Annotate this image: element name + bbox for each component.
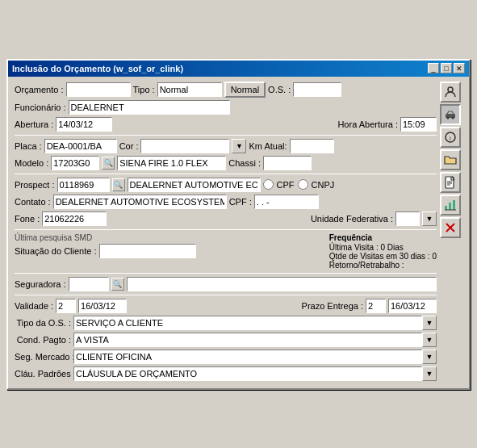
fone-input[interactable] <box>42 211 107 226</box>
sep1 <box>15 135 437 136</box>
qtde-label: Qtde de Visitas em 30 dias : <box>329 252 430 261</box>
cpf-input[interactable] <box>254 195 319 209</box>
maximize-button[interactable]: □ <box>441 63 452 73</box>
row-abertura: Abertura : Hora Abertura : <box>15 117 437 132</box>
ultima-visita-row: Última Visita : 0 Dias <box>329 243 437 252</box>
validade-label: Validade : <box>15 301 53 311</box>
row-clau-padroes: Cláu. Padrões : ▼ <box>15 366 437 381</box>
cor-input[interactable] <box>140 139 229 153</box>
radio-cpf[interactable] <box>263 179 274 190</box>
tipo-os-label: Tipo da O.S. : <box>15 318 71 328</box>
row-contato: Contato : CPF : <box>15 195 437 209</box>
btn-info[interactable]: i <box>440 127 461 148</box>
svg-rect-6 <box>446 177 454 188</box>
modelo-search-btn[interactable]: 🔍 <box>102 157 115 170</box>
contato-input[interactable] <box>53 195 227 209</box>
cpf-radio-label[interactable]: CPF <box>277 180 295 190</box>
placa-label: Placa : <box>15 141 42 151</box>
retorno-row: Retorno/Retrabalho : <box>329 261 437 270</box>
content-area: Orçamento : Tipo : Normal O.S. : Funcion… <box>8 77 469 388</box>
freq-title: Frequência <box>329 233 437 242</box>
cnpj-radio-label[interactable]: CNPJ <box>312 180 335 190</box>
seg-mercado-dropdown-btn[interactable]: ▼ <box>422 350 437 364</box>
cond-pagto-input[interactable] <box>73 333 422 347</box>
abertura-input[interactable] <box>56 117 112 132</box>
main-window: Inclusão do Orçamento (w_sof_or_clink) _… <box>6 59 471 390</box>
situacao-label: Situação do Cliente : <box>15 246 97 256</box>
prospect-name-input[interactable] <box>128 178 261 192</box>
tipo-input[interactable] <box>157 82 222 97</box>
uf-dropdown-btn[interactable]: ▼ <box>422 211 437 226</box>
clau-padroes-label: Cláu. Padrões : <box>15 369 71 379</box>
svg-rect-10 <box>445 206 447 210</box>
radio-cpf-cnpj: CPF CNPJ <box>263 179 335 190</box>
os-input[interactable] <box>293 82 341 97</box>
btn-car[interactable] <box>440 104 461 125</box>
svg-point-2 <box>447 116 450 119</box>
smd-label: Última pesquisa SMD <box>15 233 92 242</box>
row-prospect: Prospect : 🔍 CPF CNPJ <box>15 178 437 192</box>
modelo-label: Modelo : <box>15 158 48 168</box>
row-seguradora: Seguradora : 🔍 <box>15 277 437 291</box>
uf-input[interactable] <box>395 211 420 226</box>
tipo-os-input[interactable] <box>73 316 422 330</box>
close-button[interactable]: ✕ <box>454 63 465 73</box>
modelo-code-input[interactable] <box>51 156 99 170</box>
row-fone: Fone : Unidade Federativa : ▼ <box>15 211 437 226</box>
fone-label: Fone : <box>15 214 40 224</box>
km-label: Km Atual: <box>249 141 287 151</box>
btn-delete[interactable] <box>440 217 461 238</box>
clau-padroes-dropdown-btn[interactable]: ▼ <box>422 366 437 381</box>
row-funcionario: Funcionário : <box>15 100 437 115</box>
row-cond-pagto: Cond. Pagto : ▼ <box>15 333 437 347</box>
modelo-name-input[interactable] <box>117 156 226 170</box>
validade-date-input[interactable] <box>78 299 127 313</box>
sep4 <box>15 273 437 274</box>
seg-mercado-input[interactable] <box>73 350 422 364</box>
btn-chart[interactable] <box>440 195 461 216</box>
seguradora-name-input[interactable] <box>127 277 437 291</box>
sep3 <box>15 229 437 230</box>
abertura-label: Abertura : <box>15 119 53 129</box>
tipo-button[interactable]: Normal <box>224 82 266 98</box>
cpf-field-label: CPF : <box>229 197 252 207</box>
seguradora-search-btn[interactable]: 🔍 <box>111 278 124 291</box>
chassi-label: Chassi : <box>228 158 261 168</box>
ultima-visita-value: 0 Dias <box>381 243 404 252</box>
btn-doc[interactable] <box>440 172 461 193</box>
placa-input[interactable] <box>44 139 117 153</box>
orcamento-label: Orçamento : <box>15 85 64 94</box>
qtde-value: 0 <box>432 252 437 261</box>
cor-label: Cor : <box>119 141 139 151</box>
hora-input[interactable] <box>400 117 437 132</box>
btn-folder[interactable] <box>440 149 461 170</box>
radio-cnpj[interactable] <box>298 179 308 190</box>
hora-label: Hora Abertura : <box>337 119 398 129</box>
cor-dropdown-btn[interactable]: ▼ <box>232 139 246 153</box>
situacao-input[interactable] <box>99 244 196 258</box>
seguradora-code-input[interactable] <box>69 277 109 291</box>
prospect-search-btn[interactable]: 🔍 <box>112 178 125 191</box>
km-input[interactable] <box>290 139 334 153</box>
cond-pagto-label: Cond. Pagto : <box>15 335 71 345</box>
prazo-date-input[interactable] <box>388 299 437 313</box>
validade-days-input[interactable] <box>56 299 76 313</box>
cond-pagto-dropdown-btn[interactable]: ▼ <box>422 333 437 347</box>
sep5 <box>15 295 437 295</box>
funcionario-input[interactable] <box>69 100 230 115</box>
prospect-code-input[interactable] <box>57 178 110 192</box>
clau-padroes-input[interactable] <box>73 366 422 381</box>
contato-label: Contato : <box>15 197 51 207</box>
btn-person[interactable] <box>440 82 461 103</box>
tipo-os-dropdown-btn[interactable]: ▼ <box>422 316 437 330</box>
uf-label: Unidade Federativa : <box>311 214 393 224</box>
orcamento-input[interactable] <box>66 82 131 97</box>
chassi-input[interactable] <box>263 156 312 170</box>
side-panel: i <box>440 82 462 383</box>
minimize-button[interactable]: _ <box>428 63 439 73</box>
window-title: Inclusão do Orçamento (w_sof_or_clink) <box>12 64 183 73</box>
window-controls: _ □ ✕ <box>428 63 465 73</box>
row-tipo-os: Tipo da O.S. : ▼ <box>15 316 437 330</box>
prazo-days-input[interactable] <box>366 299 386 313</box>
svg-point-0 <box>448 87 453 92</box>
